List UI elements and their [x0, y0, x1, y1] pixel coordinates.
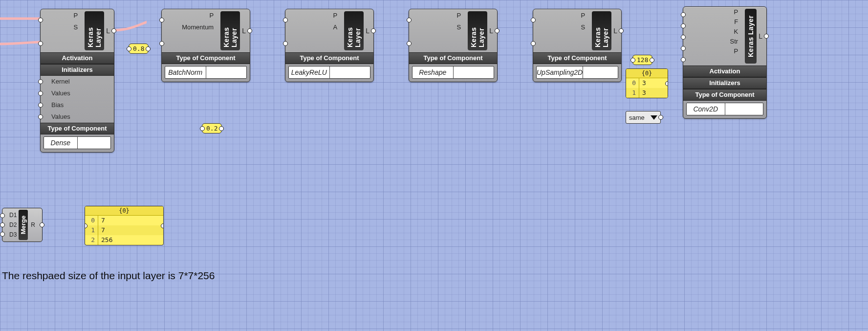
port-label: P	[683, 8, 740, 16]
port-label: A	[285, 23, 339, 31]
input-port[interactable]	[127, 46, 131, 51]
node-conv2d[interactable]: P F K Str P Keras Layer L Activation Ini…	[683, 6, 767, 119]
input-port[interactable]	[681, 12, 686, 17]
node-batchnorm[interactable]: P Momentum Keras Layer L Type of Compone…	[161, 9, 250, 82]
input-port[interactable]	[159, 41, 164, 46]
port-label: S	[41, 23, 80, 31]
node-badge: Keras Layer	[468, 11, 487, 50]
input-port[interactable]	[681, 57, 686, 62]
input-port[interactable]	[38, 79, 43, 84]
node-badge: Keras Layer	[344, 11, 364, 50]
input-port[interactable]	[38, 114, 43, 119]
section-type[interactable]: Type of Component	[285, 52, 373, 64]
port-label: S	[533, 23, 587, 31]
input-port[interactable]	[38, 18, 43, 22]
output-port[interactable]	[619, 28, 624, 33]
input-port[interactable]	[0, 232, 5, 237]
input-port[interactable]	[283, 18, 288, 22]
port-label: P	[409, 12, 463, 19]
padding-dropdown[interactable]: same	[626, 111, 661, 124]
node-reshape[interactable]: P S Keras Layer L Type of Component Resh…	[409, 9, 498, 82]
input-port[interactable]	[681, 46, 686, 51]
input-port[interactable]	[38, 91, 43, 96]
panel-kernel[interactable]: {0} 03 13	[626, 68, 668, 98]
output-port[interactable]	[247, 28, 252, 33]
grasshopper-canvas[interactable]: P S Keras Layer L Activation Initializer…	[0, 0, 868, 331]
type-selector[interactable]: LeakyReLU	[288, 66, 370, 79]
section-type[interactable]: Type of Component	[41, 123, 114, 134]
port-label: L	[489, 27, 494, 35]
input-port[interactable]	[200, 126, 205, 131]
port-label: R	[31, 221, 35, 228]
input-port[interactable]	[407, 41, 412, 46]
port-label: P	[41, 12, 80, 19]
init-values2[interactable]: Values	[41, 111, 114, 123]
output-port[interactable]	[764, 34, 769, 39]
section-initializers[interactable]: Initializers	[41, 64, 114, 76]
value-chip-128[interactable]: 128	[632, 55, 652, 65]
port-label: Str	[683, 38, 740, 45]
caption-text: The reshpaed size of the input layer is …	[2, 270, 215, 282]
input-port[interactable]	[159, 18, 164, 22]
type-selector[interactable]: Reshape	[412, 66, 494, 79]
node-leakyrelu[interactable]: P A Keras Layer L Type of Component Leak…	[285, 9, 374, 82]
output-port[interactable]	[161, 223, 164, 228]
input-port[interactable]	[0, 213, 5, 218]
node-badge: Merge	[19, 210, 28, 240]
output-port[interactable]	[650, 58, 654, 63]
output-port[interactable]	[371, 28, 376, 33]
output-port[interactable]	[658, 115, 663, 120]
node-upsampling[interactable]: P S Keras Layer L Type of Component UpSa…	[533, 9, 622, 82]
type-selector[interactable]: BatchNorm	[165, 66, 247, 79]
type-selector[interactable]: Conv2D	[686, 103, 763, 115]
input-port[interactable]	[681, 23, 686, 28]
input-port[interactable]	[407, 18, 412, 22]
section-type[interactable]: Type of Component	[683, 89, 766, 101]
output-port[interactable]	[111, 28, 116, 33]
port-label: P	[683, 47, 740, 55]
section-initializers[interactable]: Initializers	[683, 77, 766, 89]
output-port[interactable]	[146, 46, 151, 51]
node-dense[interactable]: P S Keras Layer L Activation Initializer…	[40, 9, 114, 153]
port-label: P	[162, 12, 216, 19]
panel-title: {0}	[626, 69, 668, 78]
input-port[interactable]	[38, 41, 43, 46]
output-port[interactable]	[219, 126, 224, 131]
output-port[interactable]	[665, 81, 668, 86]
port-label: D3	[9, 230, 17, 239]
node-badge: Keras Layer	[745, 9, 757, 64]
section-type[interactable]: Type of Component	[162, 52, 250, 64]
caret-icon	[583, 66, 618, 78]
type-selector[interactable]: Dense	[43, 136, 111, 149]
port-label: L	[366, 27, 370, 35]
section-type[interactable]: Type of Component	[409, 52, 497, 64]
chevron-down-icon	[651, 115, 657, 120]
port-label: D1	[9, 211, 17, 220]
port-label: F	[683, 18, 740, 25]
section-type[interactable]: Type of Component	[533, 52, 621, 64]
input-port[interactable]	[531, 18, 536, 22]
port-label: L	[759, 32, 763, 40]
input-port[interactable]	[283, 41, 288, 46]
section-activation[interactable]: Activation	[41, 52, 114, 64]
input-port[interactable]	[531, 41, 536, 46]
node-merge[interactable]: D1 D2 D3 Merge R	[2, 208, 43, 242]
input-port[interactable]	[0, 222, 5, 227]
init-values[interactable]: Values	[41, 88, 114, 99]
port-label: L	[242, 27, 247, 35]
output-port[interactable]	[495, 28, 499, 33]
panel-reshape-size[interactable]: {0} 07 17 2256	[85, 206, 164, 245]
value-chip-0-2[interactable]: 0.2	[202, 123, 222, 133]
type-selector[interactable]: UpSampling2D	[536, 66, 618, 79]
node-badge: Keras Layer	[85, 11, 104, 50]
panel-title: {0}	[85, 206, 163, 216]
input-port[interactable]	[38, 103, 43, 108]
init-kernel[interactable]: Kernel	[41, 76, 114, 88]
port-label: K	[683, 28, 740, 35]
section-activation[interactable]: Activation	[683, 66, 766, 77]
output-port[interactable]	[40, 222, 44, 227]
input-port[interactable]	[681, 35, 686, 40]
input-port[interactable]	[630, 58, 635, 63]
value-chip-0-8[interactable]: 0.8	[129, 44, 149, 54]
init-bias[interactable]: Bias	[41, 99, 114, 111]
